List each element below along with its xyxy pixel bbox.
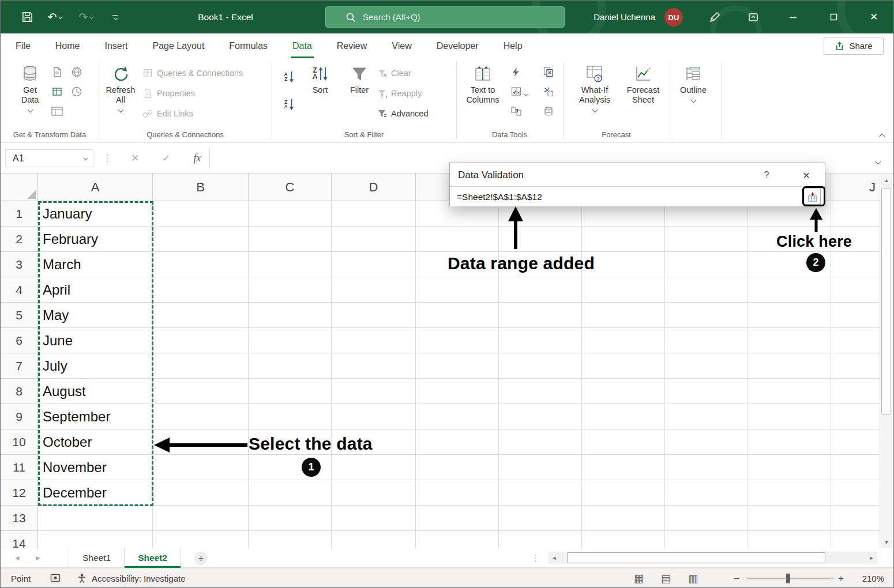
from-table-range-button[interactable] [49, 84, 65, 100]
cell-D13[interactable] [332, 506, 416, 531]
cell-E12[interactable] [416, 480, 499, 506]
cell-J1[interactable] [831, 201, 880, 227]
cell-I7[interactable] [748, 353, 831, 379]
cell-B9[interactable] [153, 404, 249, 429]
cell-B14[interactable] [153, 531, 249, 548]
column-header-B[interactable]: B [153, 174, 249, 201]
existing-connections-button[interactable] [49, 103, 65, 119]
cell-C3[interactable] [249, 252, 332, 277]
cell-E13[interactable] [416, 506, 499, 531]
cell-I10[interactable] [748, 429, 831, 455]
cell-B8[interactable] [153, 379, 249, 404]
cell-D14[interactable] [332, 531, 416, 548]
cell-F5[interactable] [499, 303, 582, 328]
user-name[interactable]: Daniel Uchenna [563, 1, 655, 33]
row-header-10[interactable]: 10 [1, 429, 38, 455]
cell-H11[interactable] [665, 455, 748, 480]
cell-J6[interactable] [831, 328, 880, 353]
cell-E8[interactable] [416, 379, 499, 404]
inking-button[interactable] [702, 1, 727, 33]
flash-fill-button[interactable] [508, 64, 524, 80]
row-header-14[interactable]: 14 [1, 531, 38, 548]
cell-B13[interactable] [153, 506, 249, 531]
cell-J12[interactable] [831, 480, 880, 506]
cell-G5[interactable] [582, 303, 665, 328]
consolidate-button[interactable] [540, 84, 557, 100]
zoom-slider[interactable] [746, 578, 833, 579]
from-text-csv-button[interactable] [49, 64, 65, 80]
cell-E11[interactable] [416, 455, 499, 480]
sort-button[interactable]: ZA Sort [305, 63, 335, 120]
vertical-scrollbar-thumb[interactable] [881, 189, 891, 414]
avatar[interactable]: DU [664, 8, 683, 27]
cell-A8[interactable]: August [38, 379, 153, 404]
edit-links-button[interactable]: Edit Links [142, 105, 193, 122]
row-header-13[interactable]: 13 [1, 506, 38, 531]
cell-F11[interactable] [499, 455, 582, 480]
row-header-8[interactable]: 8 [1, 379, 38, 404]
cell-I8[interactable] [748, 379, 831, 404]
minimize-button[interactable] [780, 1, 806, 33]
normal-view-icon[interactable]: ▦ [634, 572, 644, 585]
horizontal-scrollbar-thumb[interactable] [567, 552, 825, 563]
cancel-entry-button[interactable]: ✕ [125, 143, 145, 174]
zoom-level[interactable]: 210% [848, 568, 884, 588]
column-header-J[interactable]: J [831, 174, 880, 201]
tab-formulas[interactable]: Formulas [229, 33, 268, 58]
what-if-analysis-button[interactable]: ? What-If Analysis [573, 63, 617, 120]
cell-G4[interactable] [582, 277, 665, 303]
tab-file[interactable]: File [16, 33, 31, 58]
cell-E9[interactable] [416, 404, 499, 429]
new-sheet-button[interactable]: + [194, 552, 208, 565]
tab-review[interactable]: Review [337, 33, 367, 58]
cell-D7[interactable] [332, 353, 416, 379]
get-data-button[interactable]: Get Data [13, 63, 47, 120]
name-box[interactable]: A1 [5, 149, 93, 167]
cell-B5[interactable] [153, 303, 249, 328]
tab-developer[interactable]: Developer [437, 33, 479, 58]
row-header-1[interactable]: 1 [1, 201, 38, 227]
cell-E4[interactable] [416, 277, 499, 303]
accessibility-icon[interactable] [77, 573, 87, 585]
cell-J9[interactable] [831, 404, 880, 429]
cell-A2[interactable]: February [38, 227, 153, 252]
tab-view[interactable]: View [392, 33, 411, 58]
cell-F4[interactable] [499, 277, 582, 303]
cell-H3[interactable] [665, 252, 748, 277]
cell-C8[interactable] [249, 379, 332, 404]
cell-B10[interactable] [153, 429, 249, 455]
cell-H12[interactable] [665, 480, 748, 506]
cell-A3[interactable]: March [38, 252, 153, 277]
scroll-right-icon[interactable]: ► [866, 552, 877, 564]
dialog-close-button[interactable]: ✕ [798, 168, 814, 183]
cell-G14[interactable] [582, 531, 665, 548]
row-header-9[interactable]: 9 [1, 404, 38, 429]
row-header-3[interactable]: 3 [1, 252, 38, 277]
search-box[interactable]: Search (Alt+Q) [325, 6, 565, 28]
cell-H5[interactable] [665, 303, 748, 328]
cell-C7[interactable] [249, 353, 332, 379]
clear-filter-button[interactable]: Clear [378, 65, 411, 81]
refresh-all-button[interactable]: Refresh All [103, 63, 138, 120]
insert-function-button[interactable]: fx [187, 143, 207, 174]
text-to-columns-button[interactable]: Text to Columns [462, 63, 504, 120]
properties-button[interactable]: Properties [142, 85, 195, 101]
cell-H6[interactable] [665, 328, 748, 353]
cell-F2[interactable] [499, 227, 582, 252]
cell-C12[interactable] [249, 480, 332, 506]
help-icon[interactable]: ? [760, 168, 773, 182]
cell-G6[interactable] [582, 328, 665, 353]
sort-descending-button[interactable]: ZA [281, 96, 297, 112]
cell-E5[interactable] [416, 303, 499, 328]
row-header-6[interactable]: 6 [1, 328, 38, 353]
tab-page-layout[interactable]: Page Layout [152, 33, 204, 58]
tab-help[interactable]: Help [504, 33, 523, 58]
sort-ascending-button[interactable]: AZ [281, 69, 297, 85]
from-web-button[interactable] [69, 64, 85, 80]
row-header-7[interactable]: 7 [1, 353, 38, 379]
cell-E10[interactable] [416, 429, 499, 455]
sheet-tab-sheet2[interactable]: Sheet2 [125, 548, 181, 568]
accessibility-status[interactable]: Accessibility: Investigate [92, 568, 186, 588]
cell-B4[interactable] [153, 277, 249, 303]
cell-C14[interactable] [249, 531, 332, 548]
